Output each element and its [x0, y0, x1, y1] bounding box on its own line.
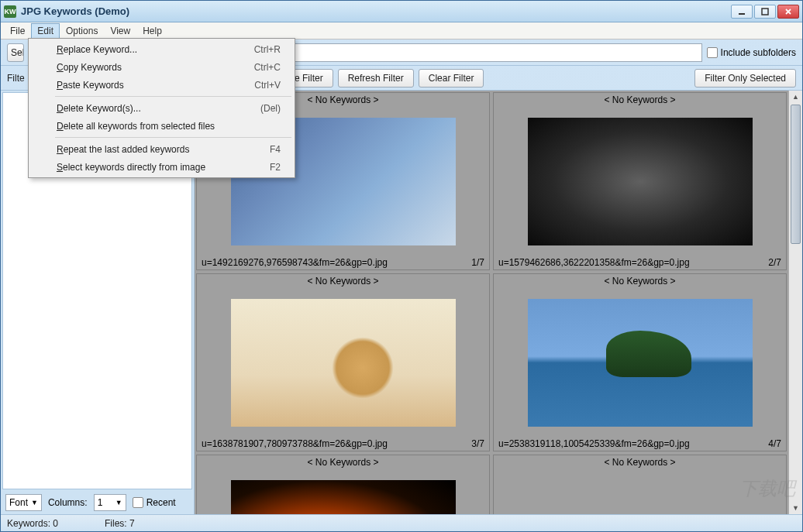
thumb-index: 2/7: [768, 257, 781, 268]
thumb-image: [494, 288, 786, 437]
thumb-footer: u=1638781907,780973788&fm=26&gp=0.jpg3/7: [197, 437, 489, 451]
menu-paste-keywords[interactable]: Paste Keywords Ctrl+V: [30, 76, 293, 94]
menu-view[interactable]: View: [104, 23, 136, 39]
dropdown-arrow-icon: ▼: [31, 499, 38, 506]
maximize-button[interactable]: [754, 5, 776, 19]
refresh-filter-button[interactable]: Refresh Filter: [338, 69, 414, 88]
thumb-keywords-label: < No Keywords >: [494, 455, 786, 469]
scroll-up-icon[interactable]: ▲: [789, 91, 802, 103]
thumb-keywords-label: < No Keywords >: [494, 274, 786, 288]
thumb-filename: u=1638781907,780973788&fm=26&gp=0.jpg: [202, 438, 388, 449]
status-files: Files: 7: [105, 518, 135, 529]
shortcut-label: F2: [270, 162, 281, 173]
columns-label: Columns:: [48, 497, 88, 508]
thumb-image: [197, 288, 489, 437]
menu-help[interactable]: Help: [136, 23, 168, 39]
menu-replace-keyword[interactable]: Replace Keyword... Ctrl+R: [30, 40, 293, 58]
thumbnail-cell[interactable]: < No Keywords >: [196, 455, 490, 514]
scrollbar-thumb[interactable]: [791, 105, 801, 244]
recent-label: Recent: [146, 497, 176, 508]
svg-rect-1: [762, 9, 768, 15]
status-keywords: Keywords: 0: [7, 518, 58, 529]
shortcut-label: F4: [270, 144, 281, 155]
statusbar: Keywords: 0 Files: 7: [1, 514, 802, 531]
thumbnail-cell[interactable]: < No Keywords >u=2538319118,1005425339&f…: [493, 273, 787, 451]
thumb-keywords-label: < No Keywords >: [197, 455, 489, 469]
menu-options[interactable]: Options: [60, 23, 104, 39]
menu-repeat-last[interactable]: Repeat the last added keywords F4: [30, 140, 293, 158]
menu-separator: [55, 96, 291, 97]
close-button[interactable]: [777, 5, 799, 19]
clear-filter-button[interactable]: Clear Filter: [419, 69, 484, 88]
scroll-down-icon[interactable]: ▼: [789, 502, 802, 514]
checkbox-icon: [707, 47, 718, 58]
thumb-filename: u=1492169276,976598743&fm=26&gp=0.jpg: [202, 257, 388, 268]
thumb-index: 1/7: [471, 257, 484, 268]
columns-dropdown[interactable]: 1 ▼: [94, 494, 126, 511]
thumb-image: [197, 469, 489, 514]
columns-value: 1: [98, 497, 103, 508]
menu-select-from-image[interactable]: Select keywords directly from image F2: [30, 158, 293, 176]
shortcut-label: (Del): [260, 103, 281, 114]
thumb-keywords-label: < No Keywords >: [494, 93, 786, 107]
thumb-footer: u=1492169276,976598743&fm=26&gp=0.jpg1/7: [197, 256, 489, 269]
dropdown-arrow-icon: ▼: [115, 499, 122, 506]
menubar: File Edit Options View Help: [1, 22, 802, 39]
apply-filter-button-partial[interactable]: e Filter: [291, 69, 333, 88]
sidebar-footer: Font ▼ Columns: 1 ▼ Recent: [1, 491, 194, 514]
shortcut-label: Ctrl+C: [254, 62, 281, 73]
checkbox-icon: [133, 497, 143, 508]
filter-label: Filte: [7, 73, 26, 84]
minimize-button[interactable]: [731, 5, 753, 19]
svg-rect-0: [739, 13, 745, 15]
thumb-image: [494, 469, 786, 514]
thumbnail-cell[interactable]: < No Keywords >: [493, 455, 787, 514]
thumb-image: [494, 107, 786, 256]
thumb-filename: u=1579462686,3622201358&fm=26&gp=0.jpg: [498, 257, 690, 268]
thumb-filename: u=2538319118,1005425339&fm=26&gp=0.jpg: [498, 438, 690, 449]
window-title: JPG Keywords (Demo): [21, 5, 731, 17]
thumb-index: 4/7: [768, 438, 781, 449]
menu-delete-keywords[interactable]: Delete Keyword(s)... (Del): [30, 99, 293, 117]
menu-edit[interactable]: Edit: [31, 23, 60, 39]
edit-dropdown-menu: Replace Keyword... Ctrl+R Copy Keywords …: [28, 38, 295, 178]
thumb-footer: u=1579462686,3622201358&fm=26&gp=0.jpg2/…: [494, 256, 786, 269]
thumb-footer: u=2538319118,1005425339&fm=26&gp=0.jpg4/…: [494, 437, 786, 451]
filter-only-selected-button[interactable]: Filter Only Selected: [694, 69, 796, 88]
menu-delete-all-keywords[interactable]: Delete all keywords from selected files: [30, 117, 293, 135]
menu-copy-keywords[interactable]: Copy Keywords Ctrl+C: [30, 58, 293, 76]
font-dropdown[interactable]: Font ▼: [5, 494, 42, 511]
vertical-scrollbar[interactable]: ▲ ▼: [788, 91, 802, 514]
recent-checkbox[interactable]: Recent: [133, 497, 176, 508]
shortcut-label: Ctrl+V: [254, 80, 281, 91]
shortcut-label: Ctrl+R: [254, 44, 281, 55]
thumbnail-cell[interactable]: < No Keywords >u=1579462686,3622201358&f…: [493, 92, 787, 270]
thumb-keywords-label: < No Keywords >: [197, 274, 489, 288]
select-folder-button-partial[interactable]: Sel: [7, 43, 24, 62]
include-subfolders-label: Include subfolders: [721, 47, 796, 58]
menu-separator: [55, 137, 291, 138]
font-label: Font: [9, 497, 28, 508]
thumb-index: 3/7: [471, 438, 484, 449]
menu-file[interactable]: File: [4, 23, 31, 39]
app-icon: KW: [4, 5, 16, 18]
include-subfolders-checkbox[interactable]: Include subfolders: [707, 47, 796, 58]
titlebar: KW JPG Keywords (Demo): [1, 1, 802, 22]
thumbnail-cell[interactable]: < No Keywords >u=1638781907,780973788&fm…: [196, 273, 490, 451]
